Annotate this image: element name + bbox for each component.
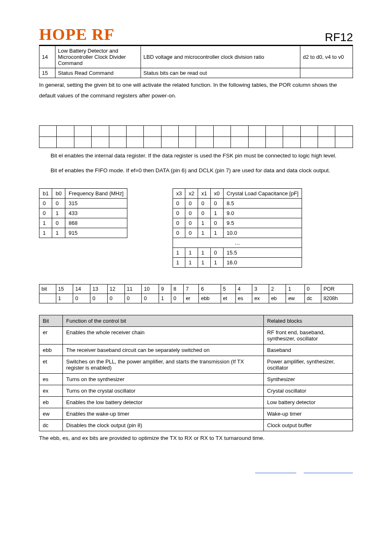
- cell: ew: [39, 408, 63, 419]
- col-header: x2: [185, 188, 198, 198]
- cell: 12: [107, 284, 125, 294]
- logo: HOPE RF: [39, 25, 115, 44]
- cmd-reg: d2 to d0, v4 to v0: [300, 46, 353, 68]
- table-row: 111015.5: [173, 247, 302, 257]
- cell: 433: [65, 208, 127, 218]
- cell: 1: [210, 228, 223, 238]
- page-header: HOPE RF RF12: [39, 25, 353, 46]
- cmd-desc: LBD voltage and microcontroller clock di…: [141, 46, 300, 68]
- table-row: esTurns on the synthesizerSynthesizer: [39, 373, 353, 385]
- cell: 16.0: [223, 257, 302, 267]
- col-header: b0: [52, 188, 65, 198]
- cell: 13: [90, 284, 108, 294]
- cell: 0: [39, 208, 52, 218]
- cell: Disables the clock output (pin 8): [63, 419, 264, 431]
- bit-layout-table: bit1514131211109876543210POR 10000010ere…: [39, 284, 353, 303]
- table-row: 01433: [39, 208, 127, 218]
- table-row: 00008.5: [173, 198, 302, 208]
- cell: 315: [65, 198, 127, 208]
- cell: et: [39, 356, 63, 373]
- cell: 9.5: [223, 218, 302, 228]
- cell: 8: [171, 284, 184, 294]
- crystal-load-table: x3 x2 x1 x0 Crystal Load Capacitance [pF…: [173, 188, 302, 268]
- cell: 1: [198, 247, 211, 257]
- cell: 0: [185, 198, 198, 208]
- cell: POR: [321, 284, 353, 294]
- col-header: Function of the control bit: [63, 315, 264, 326]
- table-row: 00019.0: [173, 208, 302, 218]
- table-row: dcDisables the clock output (pin 8)Clock…: [39, 419, 353, 431]
- cell: Switches on the PLL, the power amplifier…: [63, 356, 264, 373]
- cell: 10: [142, 284, 159, 294]
- cell: 0: [52, 218, 65, 228]
- cell: 1: [39, 218, 52, 228]
- cell: 0: [173, 218, 185, 228]
- cell: 1: [159, 294, 171, 303]
- cell: 0: [173, 228, 185, 238]
- cell: 1: [39, 228, 52, 238]
- cell: 1: [173, 257, 185, 267]
- frequency-band-table: b1 b0 Frequency Band {MHz] 00315 01433 1…: [39, 188, 127, 238]
- cell: 0: [125, 294, 142, 303]
- table-row: 10868: [39, 218, 127, 228]
- cell: RF front end, baseband, synthesizer, osc…: [264, 326, 353, 344]
- cell: [39, 294, 56, 303]
- cell: Enables the whole receiver chain: [63, 326, 264, 344]
- cell: 1: [52, 228, 65, 238]
- cell: et: [221, 294, 235, 303]
- col-header: Crystal Load Capacitance [pF]: [223, 188, 302, 198]
- cell: 1: [210, 257, 223, 267]
- cell: Synthesizer: [264, 373, 353, 385]
- cell: 1: [185, 257, 198, 267]
- cell: bit: [39, 284, 56, 294]
- cell: 0: [210, 198, 223, 208]
- cell: 1: [286, 284, 304, 294]
- cell: 0: [210, 218, 223, 228]
- cell: 8.5: [223, 198, 302, 208]
- cell: 0: [198, 198, 211, 208]
- cell: Power amplifier, synthesizer, oscillator: [264, 356, 353, 373]
- table-row: 00109.5: [173, 218, 302, 228]
- col-header: x3: [173, 188, 185, 198]
- cell: ex: [252, 294, 269, 303]
- ellipsis: …: [173, 238, 302, 247]
- cmd-name: Status Read Command: [55, 68, 141, 78]
- cmd-name: Low Battery Detector and Microcontroller…: [55, 46, 141, 68]
- body-text: In general, setting the given bit to one…: [39, 80, 353, 101]
- cell: 1: [185, 247, 198, 257]
- cell: 2: [269, 284, 286, 294]
- body-text: Bit el enables the internal data registe…: [39, 150, 353, 161]
- cell: 11: [125, 284, 142, 294]
- table-row: erEnables the whole receiver chainRF fro…: [39, 326, 353, 344]
- cell: dc: [39, 419, 63, 431]
- cell: Crystal oscillator: [264, 385, 353, 396]
- cell: 0: [185, 208, 198, 218]
- table-row: b1 b0 Frequency Band {MHz]: [39, 188, 127, 198]
- col-header: Frequency Band {MHz]: [65, 188, 127, 198]
- cell: Enables the low battery detector: [63, 396, 264, 408]
- cell: dc: [304, 294, 321, 303]
- cell: 0: [90, 294, 108, 303]
- cell: Turns on the synthesizer: [63, 373, 264, 385]
- cell: eb: [269, 294, 286, 303]
- cell: 0: [185, 228, 198, 238]
- cell: 6: [199, 284, 221, 294]
- cell: 3: [252, 284, 269, 294]
- table-row: 111116.0: [173, 257, 302, 267]
- footer-underline: [255, 472, 296, 473]
- cell: 1: [210, 208, 223, 218]
- cell: 14: [73, 284, 90, 294]
- empty-register-table: [39, 125, 353, 148]
- cmd-num: 15: [39, 68, 55, 78]
- cell: ebb: [199, 294, 221, 303]
- table-row: bit1514131211109876543210POR: [39, 284, 353, 294]
- table-row: ebEnables the low battery detectorLow ba…: [39, 396, 353, 408]
- table-row: 15 Status Read Command Status bits can b…: [39, 68, 353, 78]
- table-row: ebbThe receiver baseband circuit can be …: [39, 344, 353, 356]
- col-header: x1: [198, 188, 211, 198]
- table-row: 14 Low Battery Detector and Microcontrol…: [39, 46, 353, 68]
- cmd-reg: [300, 68, 353, 78]
- body-text: Bit ef enables the FIFO mode. If ef=0 th…: [39, 165, 353, 176]
- cell: 0: [73, 294, 90, 303]
- table-row: 11915: [39, 228, 127, 238]
